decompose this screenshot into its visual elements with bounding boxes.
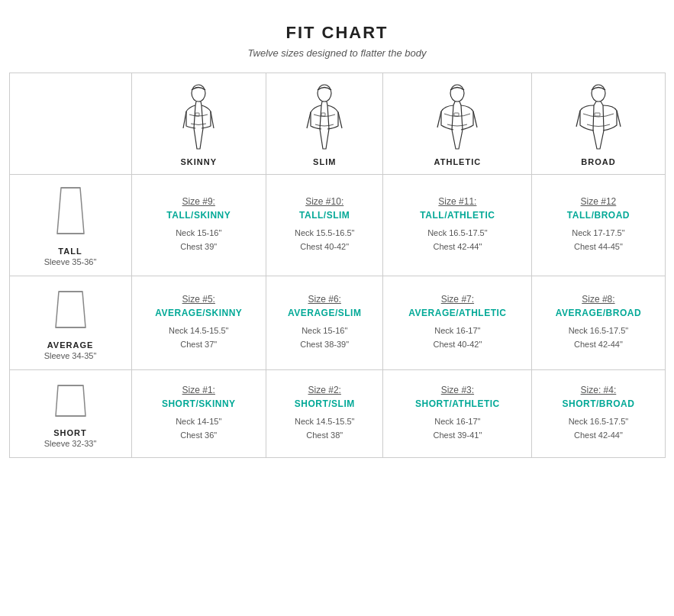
row-main-label: AVERAGE [18,340,124,350]
size-name: TALL/SLIM [274,210,375,221]
svg-rect-7 [321,113,325,116]
size-number: Size #7: [391,294,524,305]
size-number: Size #5: [140,294,259,305]
svg-line-10 [460,102,461,105]
size-cell-0-1: Size #10: TALL/SLIM Neck 15.5-16.5"Chest… [266,175,383,276]
size-name: AVERAGE/BROAD [540,308,656,318]
figure-athletic [427,84,488,153]
size-name: AVERAGE/SLIM [274,308,375,318]
row-sleeve-label: Sleeve 34-35" [18,351,124,360]
size-measurements: Neck 15-16"Chest 38-39" [274,324,375,351]
figure-broad [568,84,629,153]
column-header-broad: BROAD [532,73,665,175]
row-sleeve-label: Sleeve 32-33" [18,439,124,448]
svg-line-13 [594,102,596,105]
row-main-label: TALL [18,247,124,256]
page-title: FIT CHART [248,23,427,43]
figure-slim [294,84,355,153]
size-cell-0-0: Size #9: TALL/SKINNY Neck 15-16"Chest 39… [131,175,266,276]
svg-line-2 [201,102,202,105]
svg-line-5 [321,102,322,105]
size-cell-1-0: Size #5: AVERAGE/SKINNY Neck 14.5-15.5"C… [131,276,266,370]
size-name: SHORT/SLIM [274,398,375,409]
page-subtitle: Twelve sizes designed to flatter the bod… [248,47,427,59]
column-label-athletic: ATHLETIC [391,157,524,166]
size-measurements: Neck 15-16"Chest 39" [140,227,259,253]
svg-line-6 [327,102,327,105]
size-number: Size #6: [274,294,375,305]
row-main-label: SHORT [18,428,124,437]
size-measurements: Neck 16.5-17.5"Chest 42-44" [540,324,656,351]
size-name: TALL/ATHLETIC [391,210,524,221]
size-number: Size #12 [540,196,656,207]
size-cell-0-2: Size #11: TALL/ATHLETIC Neck 16.5-17.5"C… [383,175,532,276]
size-measurements: Neck 15.5-16.5"Chest 40-42" [274,227,375,253]
size-name: TALL/BROAD [540,210,656,221]
size-measurements: Neck 16.5-17.5"Chest 42-44" [391,227,524,253]
row-label-tall: TALL Sleeve 35-36" [9,175,131,276]
size-name: TALL/SKINNY [140,210,259,221]
svg-rect-3 [195,113,199,116]
column-label-broad: BROAD [540,157,656,166]
column-header-slim: SLIM [266,73,383,175]
row-label-average: AVERAGE Sleeve 34-35" [9,276,131,370]
size-measurements: Neck 14.5-15.5"Chest 37" [140,324,259,351]
size-measurements: Neck 16-17"Chest 39-41" [391,415,524,442]
short-glass-icon [50,379,92,419]
size-number: Size #11: [391,196,524,207]
size-measurements: Neck 16.5-17.5"Chest 42-44" [540,415,656,442]
fit-chart-table: SKINNY SLIM [9,73,666,458]
size-number: Size #10: [274,196,375,207]
column-label-skinny: SKINNY [140,157,259,166]
size-name: AVERAGE/SKINNY [140,308,259,318]
size-measurements: Neck 17-17.5"Chest 44-45" [540,227,656,253]
column-label-slim: SLIM [274,157,375,166]
size-cell-2-0: Size #1: SHORT/SKINNY Neck 14-15"Chest 3… [131,370,266,458]
size-number: Size: #4: [540,385,656,395]
size-number: Size #2: [274,385,375,395]
size-name: SHORT/SKINNY [140,398,259,409]
average-glass-icon [50,285,92,331]
svg-rect-11 [454,113,459,116]
size-cell-2-2: Size #3: SHORT/ATHLETIC Neck 16-17"Chest… [383,370,532,458]
svg-rect-15 [595,113,600,116]
svg-line-9 [453,102,455,105]
size-name: SHORT/ATHLETIC [391,398,524,409]
size-name: SHORT/BROAD [540,398,656,409]
row-average: AVERAGE Sleeve 34-35" Size #5: AVERAGE/S… [9,276,665,370]
row-short: SHORT Sleeve 32-33" Size #1: SHORT/SKINN… [9,370,665,458]
size-name: AVERAGE/ATHLETIC [391,308,524,318]
row-label-short: SHORT Sleeve 32-33" [9,370,131,458]
size-cell-0-3: Size #12 TALL/BROAD Neck 17-17.5"Chest 4… [532,175,665,276]
size-cell-1-2: Size #7: AVERAGE/ATHLETIC Neck 16-17"Che… [383,276,532,370]
column-header-athletic: ATHLETIC [383,73,532,175]
page-header: FIT CHART Twelve sizes designed to flatt… [248,15,427,59]
size-number: Size #1: [140,385,259,395]
size-measurements: Neck 16-17"Chest 40-42" [391,324,524,351]
column-header-row: SKINNY SLIM [9,73,665,175]
column-header-skinny: SKINNY [131,73,266,175]
size-cell-2-1: Size #2: SHORT/SLIM Neck 14.5-15.5"Chest… [266,370,383,458]
size-cell-2-3: Size: #4: SHORT/BROAD Neck 16.5-17.5"Che… [532,370,665,458]
row-sleeve-label: Sleeve 35-36" [18,257,124,266]
size-cell-1-3: Size #8: AVERAGE/BROAD Neck 16.5-17.5"Ch… [532,276,665,370]
size-number: Size #8: [540,294,656,305]
row-tall: TALL Sleeve 35-36" Size #9: TALL/SKINNY … [9,175,665,276]
size-measurements: Neck 14.5-15.5"Chest 38" [274,415,375,442]
size-number: Size #9: [140,196,259,207]
tall-glass-icon [50,184,92,237]
figure-skinny [168,84,229,153]
svg-line-1 [195,102,196,105]
size-number: Size #3: [391,385,524,395]
svg-line-14 [601,102,603,105]
size-cell-1-1: Size #6: AVERAGE/SLIM Neck 15-16"Chest 3… [266,276,383,370]
empty-header-cell [9,73,131,175]
size-measurements: Neck 14-15"Chest 36" [140,415,259,442]
